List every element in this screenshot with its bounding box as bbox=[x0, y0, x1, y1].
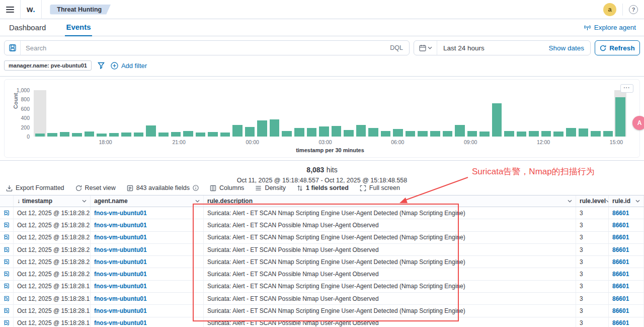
chevron-down-icon[interactable] bbox=[635, 200, 640, 203]
help-icon[interactable]: ? bbox=[629, 5, 638, 14]
available-fields-button[interactable]: 843 available fields bbox=[127, 184, 199, 191]
columns-button[interactable]: Columns bbox=[210, 184, 244, 191]
histogram-bar[interactable] bbox=[134, 133, 144, 137]
expand-row-button[interactable] bbox=[0, 232, 14, 243]
chevron-down-icon[interactable] bbox=[195, 200, 200, 203]
expand-row-button[interactable] bbox=[0, 317, 14, 327]
histogram-bar[interactable] bbox=[479, 132, 490, 137]
expand-row-button[interactable] bbox=[0, 268, 14, 280]
agent-name-link[interactable]: fnos-vm-ubuntu01 bbox=[94, 283, 147, 290]
expand-row-button[interactable] bbox=[0, 219, 14, 231]
refresh-button[interactable]: Refresh bbox=[595, 40, 640, 55]
histogram-bar[interactable] bbox=[319, 126, 329, 137]
translate-extension-icon[interactable]: A bbox=[632, 116, 644, 130]
export-formatted-button[interactable]: Export Formatted bbox=[6, 184, 64, 191]
reset-view-button[interactable]: Reset view bbox=[75, 184, 116, 191]
histogram-bar[interactable] bbox=[72, 133, 82, 137]
histogram-bar[interactable] bbox=[591, 131, 601, 137]
breadcrumb[interactable]: Threat Hunting bbox=[50, 5, 111, 15]
time-range-label[interactable]: Last 24 hours bbox=[437, 44, 485, 52]
chevron-down-icon[interactable] bbox=[568, 200, 572, 203]
rule-id-link[interactable]: 86601 bbox=[612, 222, 629, 229]
expand-row-button[interactable] bbox=[0, 293, 14, 304]
agent-name-link[interactable]: fnos-vm-ubuntu01 bbox=[94, 234, 147, 241]
histogram-bar[interactable] bbox=[270, 119, 280, 137]
histogram-bar[interactable] bbox=[541, 131, 551, 137]
agent-name-link[interactable]: fnos-vm-ubuntu01 bbox=[94, 222, 147, 229]
agent-name-link[interactable]: fnos-vm-ubuntu01 bbox=[94, 307, 147, 314]
histogram-bar[interactable] bbox=[467, 131, 477, 137]
fields-sorted-button[interactable]: 1 fields sorted bbox=[297, 184, 349, 191]
histogram-bar[interactable] bbox=[232, 125, 243, 137]
histogram-bar[interactable] bbox=[307, 128, 317, 137]
calendar-dropdown-button[interactable] bbox=[414, 41, 437, 55]
column-header-timestamp[interactable]: ↓ timestamp bbox=[14, 195, 91, 207]
rule-id-link[interactable]: 86601 bbox=[612, 283, 629, 290]
histogram-bar[interactable] bbox=[517, 132, 527, 137]
agent-name-link[interactable]: fnos-vm-ubuntu01 bbox=[94, 295, 147, 302]
histogram-bar[interactable] bbox=[615, 97, 625, 137]
histogram-bar[interactable] bbox=[97, 134, 107, 137]
chevron-down-icon[interactable] bbox=[82, 200, 87, 203]
menu-icon[interactable] bbox=[6, 7, 14, 13]
agent-name-link[interactable]: fnos-vm-ubuntu01 bbox=[94, 246, 147, 253]
histogram-bar[interactable] bbox=[121, 133, 131, 137]
histogram-bar[interactable] bbox=[171, 132, 181, 137]
histogram-bar[interactable] bbox=[183, 131, 193, 137]
rule-id-link[interactable]: 86601 bbox=[612, 234, 629, 241]
rule-id-link[interactable]: 86601 bbox=[612, 258, 629, 266]
column-header-agent-name[interactable]: agent.name bbox=[91, 195, 204, 207]
histogram-bar[interactable] bbox=[603, 131, 613, 137]
histogram-bar[interactable] bbox=[60, 132, 70, 137]
column-header-rule-id[interactable]: rule.id bbox=[609, 195, 644, 207]
histogram-bar[interactable] bbox=[368, 128, 378, 137]
histogram-bar[interactable] bbox=[282, 131, 292, 137]
histogram-bar[interactable] bbox=[294, 128, 304, 137]
histogram-bar[interactable] bbox=[35, 134, 45, 137]
avatar[interactable]: a bbox=[603, 3, 616, 16]
rule-id-link[interactable]: 86601 bbox=[612, 295, 629, 302]
column-header-rule-description[interactable]: rule.description bbox=[204, 195, 576, 207]
histogram-bar[interactable] bbox=[443, 131, 453, 137]
histogram-bar[interactable] bbox=[257, 120, 267, 137]
histogram-bar[interactable] bbox=[492, 103, 502, 137]
saved-query-icon[interactable] bbox=[5, 41, 21, 55]
expand-row-button[interactable] bbox=[0, 305, 14, 316]
histogram-bar[interactable] bbox=[158, 133, 169, 137]
histogram-bar[interactable] bbox=[245, 127, 255, 137]
histogram-bar[interactable] bbox=[146, 125, 156, 137]
rule-id-link[interactable]: 86601 bbox=[612, 246, 629, 253]
histogram-bar[interactable] bbox=[196, 133, 206, 137]
histogram-bar[interactable] bbox=[566, 128, 576, 137]
expand-row-button[interactable] bbox=[0, 244, 14, 255]
histogram-bar[interactable] bbox=[406, 131, 416, 137]
column-header-rule-level[interactable]: rule.level bbox=[576, 195, 609, 207]
agent-name-link[interactable]: fnos-vm-ubuntu01 bbox=[94, 210, 147, 217]
expand-row-button[interactable] bbox=[0, 207, 14, 219]
histogram-bar[interactable] bbox=[455, 125, 465, 137]
histogram-bar[interactable] bbox=[553, 132, 564, 137]
show-dates-button[interactable]: Show dates bbox=[548, 44, 590, 52]
histogram-bar[interactable] bbox=[109, 133, 119, 137]
histogram-plot[interactable]: 02004006008001,000 18:0021:0000:0003:000… bbox=[34, 90, 626, 137]
filter-pill[interactable]: manager.name: pve-ubuntu01 bbox=[4, 60, 92, 71]
tab-dashboard[interactable]: Dashboard bbox=[8, 20, 47, 36]
density-button[interactable]: Density bbox=[255, 184, 286, 191]
expand-row-button[interactable] bbox=[0, 281, 14, 292]
search-input[interactable]: Search DQL bbox=[4, 40, 410, 55]
filter-funnel-icon[interactable] bbox=[98, 62, 105, 69]
expand-row-button[interactable] bbox=[0, 256, 14, 268]
histogram-bar[interactable] bbox=[381, 131, 391, 137]
agent-name-link[interactable]: fnos-vm-ubuntu01 bbox=[94, 319, 147, 326]
histogram-bar[interactable] bbox=[430, 131, 440, 137]
histogram-bar[interactable] bbox=[220, 133, 230, 137]
info-icon[interactable] bbox=[193, 185, 199, 191]
histogram-bar[interactable] bbox=[529, 131, 539, 137]
agent-name-link[interactable]: fnos-vm-ubuntu01 bbox=[94, 258, 147, 266]
histogram-bar[interactable] bbox=[344, 130, 354, 137]
histogram-bar[interactable] bbox=[418, 131, 428, 137]
explore-agent-button[interactable]: Explore agent bbox=[584, 24, 636, 31]
full-screen-button[interactable]: Full screen bbox=[360, 184, 400, 191]
add-filter-button[interactable]: Add filter bbox=[111, 62, 147, 70]
histogram-bar[interactable] bbox=[47, 133, 57, 137]
